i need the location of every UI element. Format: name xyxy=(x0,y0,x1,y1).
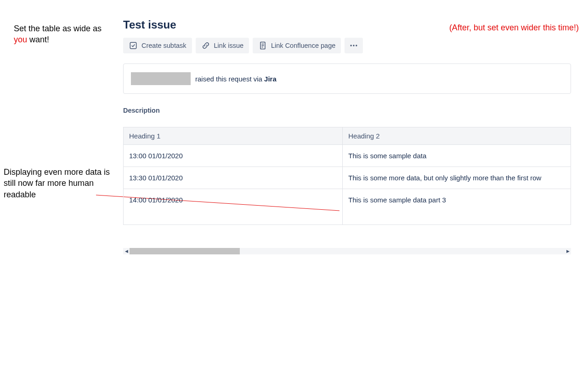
subtask-icon xyxy=(129,41,138,50)
annotation-mid-left: Displaying even more data is still now f… xyxy=(4,167,121,200)
description-label: Description xyxy=(123,107,571,114)
scrollbar-thumb[interactable] xyxy=(130,248,240,254)
page-icon xyxy=(258,41,267,50)
request-text-prefix: raised this request via xyxy=(195,75,264,83)
button-label: Link Confluence page xyxy=(271,42,335,49)
more-actions-button[interactable] xyxy=(345,38,363,53)
table-header-row: Heading 1 Heading 2 xyxy=(124,127,571,145)
annotation-text: Set the table as wide as xyxy=(14,24,102,33)
description-table: Heading 1 Heading 2 13:00 01/01/2020 Thi… xyxy=(123,127,571,225)
horizontal-scrollbar[interactable]: ◀ ▶ xyxy=(123,248,571,254)
issue-title: Test issue xyxy=(123,18,571,31)
request-info-panel: raised this request via Jira xyxy=(123,63,571,94)
scroll-left-arrow-icon[interactable]: ◀ xyxy=(123,248,130,254)
annotation-text: want! xyxy=(27,35,49,44)
request-source: Jira xyxy=(264,75,277,83)
requester-avatar-redacted xyxy=(131,72,191,85)
request-text: raised this request via Jira xyxy=(195,75,277,83)
ellipsis-icon xyxy=(349,41,358,50)
table-header: Heading 2 xyxy=(343,127,571,145)
issue-view: Test issue Create subtask Link issue Li xyxy=(123,18,571,254)
table-cell: This is some more data, but only slightl… xyxy=(343,167,571,189)
button-label: Link issue xyxy=(214,42,243,49)
table-row: 13:00 01/01/2020 This is some sample dat… xyxy=(124,145,571,167)
table-row: 14:00 01/01/2020 This is some sample dat… xyxy=(124,189,571,225)
table-cell: 13:00 01/01/2020 xyxy=(124,145,343,167)
button-label: Create subtask xyxy=(141,42,187,49)
scroll-right-arrow-icon[interactable]: ▶ xyxy=(565,248,571,254)
annotation-top-left: Set the table as wide as you want! xyxy=(14,23,110,46)
table-cell: This is some sample data xyxy=(343,145,571,167)
table-header: Heading 1 xyxy=(124,127,343,145)
link-icon xyxy=(201,41,210,50)
annotation-text-red: you xyxy=(14,35,27,44)
svg-point-6 xyxy=(351,45,352,46)
table-cell: 13:30 01/01/2020 xyxy=(124,167,343,189)
svg-point-7 xyxy=(353,45,355,46)
table-cell: 14:00 01/01/2020 xyxy=(124,189,343,225)
link-issue-button[interactable]: Link issue xyxy=(196,38,249,53)
svg-rect-1 xyxy=(130,42,136,48)
svg-point-8 xyxy=(356,45,357,46)
action-bar: Create subtask Link issue Link Confluenc… xyxy=(123,38,571,53)
table-row: 13:30 01/01/2020 This is some more data,… xyxy=(124,167,571,189)
link-confluence-button[interactable]: Link Confluence page xyxy=(253,38,341,53)
table-cell: This is some sample data part 3 xyxy=(343,189,571,225)
create-subtask-button[interactable]: Create subtask xyxy=(123,38,192,53)
